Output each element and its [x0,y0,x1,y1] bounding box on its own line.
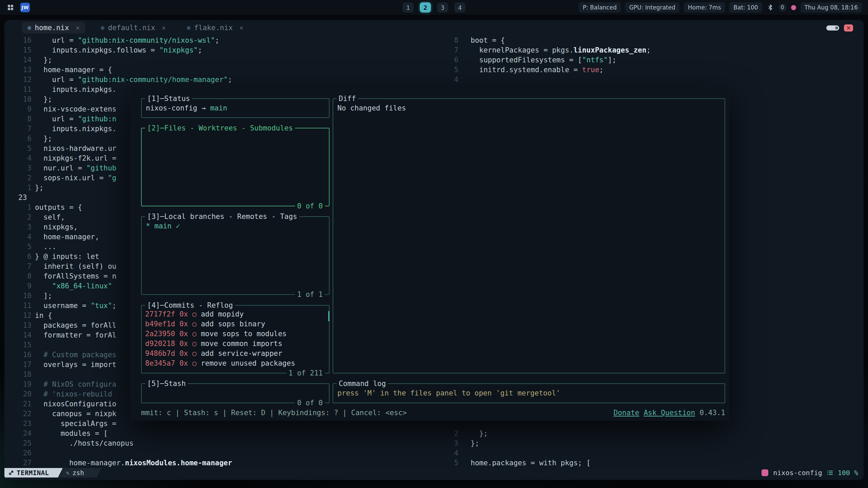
code-text: username = "tux"; [35,301,116,311]
commits-panel-title: [4]─Commits - Reflog [145,301,235,310]
tab-close-icon[interactable]: × [76,24,80,32]
line-number: 21 [4,399,32,409]
code-text: sops-nix.url = "g [35,173,116,183]
lazygit-popup: [1]─Status nixos-config → main [2]─Files… [130,87,729,421]
donate-link[interactable]: Donate [614,408,639,418]
code-text: self, [35,212,65,222]
commits-scrollbar[interactable] [328,311,330,321]
logo-badge[interactable]: JW [20,3,30,12]
line-number: 6 [4,134,32,144]
code-text: kernelPackages = pkgs.linuxPackages_zen; [471,45,651,55]
code-line: 6 supportedFilesystems = ["ntfs"]; [440,55,864,65]
workspace-button-2[interactable]: 2 [420,2,431,13]
code-text: specialArgs = [35,419,116,429]
lazygit-status-panel[interactable]: [1]─Status nixos-config → main [141,98,330,118]
nix-snowflake-icon: ❄ [187,24,191,32]
commit-author: 0x [179,310,192,318]
commit-row[interactable]: b49ef1d 0x ○ add sops binary [145,319,329,329]
code-line: 12 url = "github:nix-community/home-mana… [4,75,438,85]
lazygit-files-panel[interactable]: [2]─Files - Worktrees - Submodules 0 of … [141,128,330,206]
commit-hash: 8e345a7 [145,359,179,367]
line-number: 8 [440,36,458,45]
line-number: 3 [4,163,32,173]
workspace-button-1[interactable]: 1 [402,2,414,13]
commit-row[interactable]: d920218 0x ○ move common imports [145,339,329,349]
ask-question-link[interactable]: Ask Question [644,408,695,418]
stash-panel-title: [5]─Stash [145,379,188,388]
lazygit-commits-panel[interactable]: [4]─Commits - Reflog 2717f2f 0x ○ add mo… [141,305,330,373]
code-text: modules = [ [35,429,108,439]
commit-message: move sops to modules [201,330,287,338]
notification-count-badge[interactable]: 0 [778,3,787,12]
terminal-window: ❄home.nix×❄default.nix×❄flake.nix× × 16 … [4,20,864,480]
commit-author: 0x [179,330,192,338]
commit-row[interactable]: 2a23950 0x ○ move sops to modules [145,329,329,339]
code-text: ]; [35,291,52,301]
code-text: formatter = forAl [35,330,116,340]
code-text: "x86_64-linux" [35,281,112,291]
code-text: # NixOS configura [35,380,116,389]
line-number: 13 [4,321,32,330]
mode-label: TERMINAL [17,469,49,476]
apps-menu-icon[interactable] [6,3,15,12]
window-pin-toggle[interactable] [826,25,839,30]
code-text: nixos-hardware.ur [35,144,116,154]
session-badge-icon [762,469,768,476]
editor-tab-bar: ❄home.nix×❄default.nix×❄flake.nix× × [4,20,864,36]
line-number: 14 [4,55,32,65]
workspace-button-3[interactable]: 3 [437,2,448,13]
line-number: 13 [4,65,32,75]
color-indicator-dot[interactable] [791,5,796,10]
branch-item[interactable]: main [154,222,172,230]
commit-message: add mopidy [201,310,243,318]
lazygit-diff-panel[interactable]: Diff No changed files [333,98,725,373]
lazygit-branches-panel[interactable]: [3]─Local branches - Remotes - Tags * ma… [141,216,330,295]
code-text: # Custom packages [35,350,116,360]
lazygit-stash-panel[interactable]: [5]─Stash 0 of 0 [141,383,330,403]
line-number: 7 [440,45,458,55]
line-number: 10 [4,95,32,104]
commit-message: move common imports [201,340,282,348]
line-number: 5 [440,65,458,75]
code-text: }; [471,429,488,439]
line-number: 5 [4,144,32,154]
clock[interactable]: Thu Aug 08, 18:16 [801,2,862,13]
bluetooth-icon[interactable] [767,4,774,11]
commit-graph-node-icon: ○ [192,320,201,328]
commit-row[interactable]: 2717f2f 0x ○ add mopidy [145,309,329,319]
code-text: # 'nixos-rebuild [35,389,112,399]
line-number: 18 [4,370,32,380]
tab-close-icon[interactable]: × [162,24,166,32]
workspace-button-4[interactable]: 4 [454,2,466,13]
lazygit-command-log-panel[interactable]: Command log press 'M' in the files panel… [333,383,725,403]
nix-snowflake-icon: ❄ [27,24,31,32]
line-number: 4 [440,448,458,458]
line-number: 23 [4,193,32,203]
shell-tab[interactable]: ✎ zsh [59,468,101,477]
keybindings-hints: mmit: c | Stash: s | Reset: D | Keybindi… [141,408,407,418]
code-line: 4 [440,75,864,85]
tab-flake.nix[interactable]: ❄flake.nix× [181,22,249,34]
topbar-left-group: JW [6,3,30,12]
commit-author: 0x [179,320,192,328]
code-text: home-manager, [35,232,99,242]
power-profile-indicator[interactable]: P: Balanced [579,2,621,13]
code-text: nur.url = "github [35,163,116,173]
code-text: home-manager.nixosModules.home-manager [35,458,232,468]
commit-row[interactable]: 9486b7d 0x ○ add service-wrapper [145,349,329,359]
window-close-button[interactable]: × [844,24,853,32]
line-number: 2 [4,173,32,183]
commit-row[interactable]: 8e345a7 0x ○ remove unused packages [145,359,329,368]
repo-name: nixos-config [146,104,197,112]
tab-default.nix[interactable]: ❄default.nix× [95,22,171,34]
line-number: 15 [4,45,32,55]
code-text: supportedFilesystems = ["ntfs"]; [471,55,616,65]
tab-close-icon[interactable]: × [239,24,243,32]
code-line: 25 ./hosts/canopus [4,439,438,448]
lazygit-version: 0.43.1 [699,408,725,418]
status-panel-title: [1]─Status [145,94,192,103]
line-number: 22 [4,409,32,419]
code-line: 13 home-manager = { [4,65,438,75]
tab-home.nix[interactable]: ❄home.nix× [22,22,85,34]
commit-message: add service-wrapper [201,349,282,358]
